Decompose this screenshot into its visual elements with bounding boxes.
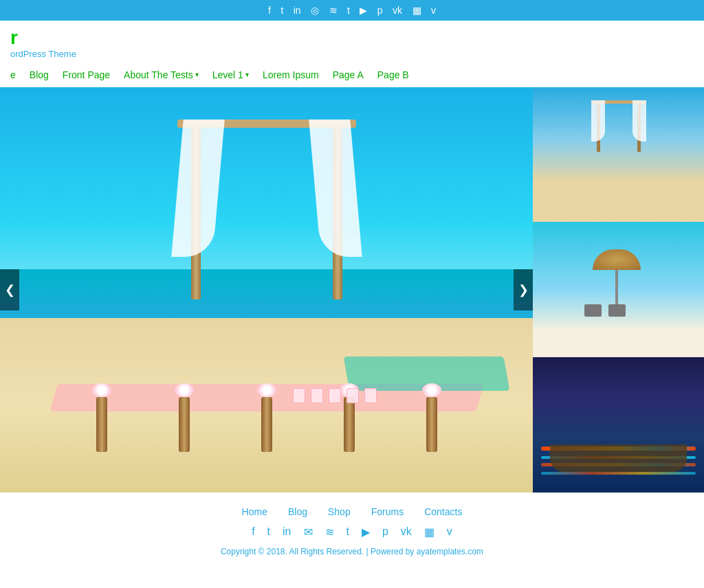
footer-social-vine[interactable]: v [447,525,452,539]
night-boat [550,444,687,472]
nav-item-about-tests[interactable]: About The Tests ▾ [117,68,206,82]
footer-link-shop[interactable]: Shop [328,506,351,517]
flower-post-3 [257,383,276,452]
footer-social-ello[interactable]: ▦ [424,525,434,539]
footer-social-tumblr[interactable]: t [346,525,349,539]
flower-bloom [92,383,111,397]
chevron-down-icon: ▾ [195,71,199,78]
social-twitter-top[interactable]: t [280,5,283,16]
footer-social-instagram[interactable]: ✉ [304,525,313,539]
thumb1-fabric-right [632,100,646,142]
flower-post-2 [175,383,194,452]
site-footer: Home Blog Shop Forums Contacts f t in ✉ … [0,493,704,563]
flower-bloom [257,383,276,397]
flower-post-1 [92,383,111,452]
footer-social-vk[interactable]: vk [401,525,412,539]
chair [329,388,341,403]
main-content: ❮ ❯ [0,87,704,493]
nav-item-e[interactable]: e [10,68,23,82]
copyright-text: Copyright © 2018. All Rights Reserved. |… [0,547,704,556]
footer-social-twitter[interactable]: t [267,525,270,539]
social-linkedin-top[interactable]: in [294,5,301,16]
footer-social-linkedin[interactable]: in [283,525,291,539]
site-title: r [10,27,694,49]
site-subtitle: ordPress Theme [10,49,694,59]
wedding-arch [177,120,356,353]
chair [346,388,359,403]
lounge-chair-2 [608,304,626,317]
thumb1-fabric-left [591,100,605,142]
thumb2-chairs [584,304,626,317]
footer-social-rss[interactable]: ≋ [325,525,334,539]
slider-next-button[interactable]: ❯ [514,269,533,310]
social-instagram-top[interactable]: ◎ [311,5,319,16]
arch-fabric-right [309,120,362,257]
flower-stem [96,397,107,452]
flower-bloom [175,383,194,397]
thumb1-arch [591,100,646,169]
nav-item-lorem-ipsum[interactable]: Lorem Ipsum [256,68,326,82]
footer-social-youtube[interactable]: ▶ [362,525,370,539]
chair [364,388,377,403]
sidebar-thumbnails [533,87,704,493]
light-strip-4 [541,472,695,475]
footer-link-blog[interactable]: Blog [288,506,307,517]
nav-item-page-b[interactable]: Page B [371,68,416,82]
nav-item-page-a[interactable]: Page A [326,68,371,82]
footer-link-home[interactable]: Home [242,506,267,517]
slider-scene [0,87,533,493]
social-pinterest-top[interactable]: p [377,5,383,16]
slider-prev-button[interactable]: ❮ [0,269,19,310]
footer-social-icons: f t in ✉ ≋ t ▶ p vk ▦ v [0,525,704,539]
footer-social-facebook[interactable]: f [252,525,254,539]
arch-fabric-left [171,120,224,257]
thumbnail-2[interactable] [533,222,704,357]
flower-stem [261,397,272,452]
chairs-row [293,388,377,403]
footer-social-pinterest[interactable]: p [382,525,388,539]
footer-link-forums[interactable]: Forums [371,506,404,517]
flower-stem [426,397,437,452]
social-rss-top[interactable]: ≋ [329,5,338,16]
thumbnail-1[interactable] [533,87,704,223]
social-tumblr-top[interactable]: t [347,5,350,16]
flower-bloom [422,383,441,397]
flower-posts [60,383,473,452]
main-nav: e Blog Front Page About The Tests ▾ Leve… [10,65,694,87]
flower-post-5 [422,383,441,452]
chevron-down-icon: ▾ [245,71,249,78]
chair [311,388,323,403]
social-youtube-top[interactable]: ▶ [360,5,367,16]
social-ello-top[interactable]: ▦ [412,5,421,16]
social-vk-top[interactable]: vk [393,5,402,16]
nav-item-front-page[interactable]: Front Page [56,68,117,82]
nav-item-level1[interactable]: Level 1 ▾ [206,68,256,82]
site-header: r ordPress Theme e Blog Front Page About… [0,21,704,87]
social-facebook-top[interactable]: f [268,5,271,16]
image-slider[interactable]: ❮ ❯ [0,87,533,493]
umbrella-top [593,249,641,270]
thumbnail-3[interactable] [533,357,704,493]
lounge-chair-1 [584,304,602,317]
flower-stem [344,397,355,452]
footer-nav-links: Home Blog Shop Forums Contacts [0,506,704,517]
nav-item-blog[interactable]: Blog [23,68,56,82]
social-vine-top[interactable]: v [431,5,436,16]
top-social-bar: f t in ◎ ≋ t ▶ p vk ▦ v [0,0,704,21]
flower-stem [179,397,190,452]
thumb2-umbrella [593,249,641,311]
chair [293,388,305,403]
footer-link-contacts[interactable]: Contacts [424,506,462,517]
